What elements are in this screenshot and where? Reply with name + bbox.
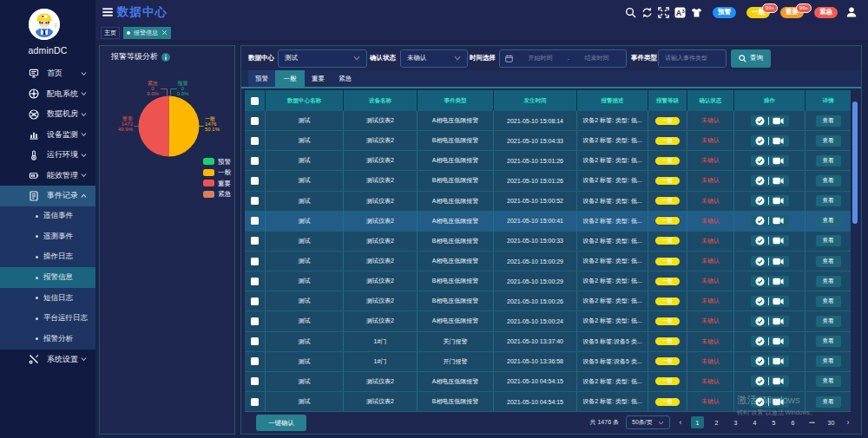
view-button[interactable]: 查看 bbox=[816, 336, 841, 347]
legend-item-预警[interactable]: 预警 bbox=[203, 158, 231, 166]
view-button[interactable]: 查看 bbox=[816, 396, 841, 408]
page-button-1[interactable]: 1 bbox=[691, 416, 704, 428]
row-checkbox[interactable] bbox=[251, 258, 259, 265]
alarm-badge-0[interactable]: 预警 bbox=[713, 7, 736, 18]
sidebar-subitem-5[interactable]: 平台运行日志 bbox=[0, 308, 95, 329]
table-row-0[interactable]: 测试测试仪表2A相电压低限报警2021-05-10 15:08:14设备2 标签… bbox=[245, 111, 851, 131]
table-row-12[interactable]: 测试1#门开门报警2021-05-10 13:36:58设备5 标签:设备5 类… bbox=[245, 352, 851, 372]
hamburger-icon[interactable] bbox=[102, 6, 114, 18]
select-all-checkbox[interactable] bbox=[251, 97, 259, 105]
view-button[interactable]: 查看 bbox=[816, 235, 841, 246]
row-checkbox[interactable] bbox=[251, 117, 259, 125]
row-checkbox[interactable] bbox=[251, 157, 259, 165]
row-checkbox[interactable] bbox=[251, 377, 259, 385]
row-checkbox[interactable] bbox=[251, 177, 259, 185]
confirm-icon[interactable] bbox=[755, 196, 765, 206]
row-checkbox[interactable] bbox=[251, 317, 259, 325]
tab-1[interactable]: 一般 bbox=[275, 70, 305, 87]
view-button[interactable]: 查看 bbox=[816, 175, 841, 186]
page-ellipsis[interactable]: ••• bbox=[806, 416, 819, 428]
confirm-select[interactable]: 未确认 bbox=[400, 49, 468, 68]
table-row-4[interactable]: 测试测试仪表2A相电压低限报警2021-05-10 15:00:52设备2 标签… bbox=[245, 192, 851, 212]
page-button-4[interactable]: 4 bbox=[748, 416, 761, 428]
table-row-8[interactable]: 测试测试仪表2B相电压低限报警2021-05-10 15:00:29设备2 标签… bbox=[245, 271, 851, 291]
confirm-all-button[interactable]: 一键确认 bbox=[256, 415, 306, 431]
confirm-icon[interactable] bbox=[755, 116, 765, 126]
alarm-badge-1[interactable]: 一般99+ bbox=[746, 7, 770, 18]
sidebar-item-2[interactable]: 数据机房 bbox=[0, 104, 95, 125]
sidebar-item-5[interactable]: 能效管理 bbox=[0, 166, 95, 186]
page-size-select[interactable]: 50条/页 bbox=[626, 415, 670, 429]
view-button[interactable]: 查看 bbox=[816, 356, 841, 367]
sidebar-subitem-4[interactable]: 短信日志 bbox=[0, 288, 95, 309]
tab-3[interactable]: 紧急 bbox=[332, 70, 358, 87]
confirm-icon[interactable] bbox=[755, 317, 765, 326]
sidebar-subitem-6[interactable]: 报警分析 bbox=[0, 329, 95, 350]
fullscreen-icon[interactable] bbox=[657, 6, 669, 18]
video-icon[interactable] bbox=[773, 177, 784, 185]
sidebar-subitem-1[interactable]: 遥测事件 bbox=[0, 226, 95, 247]
confirm-icon[interactable] bbox=[755, 156, 765, 166]
video-icon[interactable] bbox=[773, 157, 784, 165]
page-button-30[interactable]: 30 bbox=[825, 416, 838, 428]
video-icon[interactable] bbox=[773, 317, 784, 325]
tab-0[interactable]: 预警 bbox=[248, 70, 275, 87]
sidebar-item-4[interactable]: 运行环境 bbox=[0, 145, 95, 166]
confirm-icon[interactable] bbox=[755, 236, 765, 245]
table-row-13[interactable]: 测试测试仪表2A相电压低限报警2021-05-10 04:54:15设备2 标签… bbox=[245, 372, 851, 392]
row-checkbox[interactable] bbox=[251, 197, 259, 205]
video-icon[interactable] bbox=[773, 258, 784, 265]
user-icon[interactable] bbox=[845, 6, 858, 18]
video-icon[interactable] bbox=[773, 398, 784, 406]
legend-item-一般[interactable]: 一般 bbox=[203, 169, 231, 177]
query-button[interactable]: 查询 bbox=[731, 49, 771, 68]
tag-0[interactable]: 主页 bbox=[101, 27, 120, 39]
video-icon[interactable] bbox=[773, 337, 784, 345]
alarm-badge-3[interactable]: 紧急 bbox=[814, 7, 838, 18]
view-button[interactable]: 查看 bbox=[816, 376, 841, 387]
sidebar-item-3[interactable]: 设备监测 bbox=[0, 125, 95, 146]
view-button[interactable]: 查看 bbox=[816, 135, 841, 147]
confirm-icon[interactable] bbox=[755, 257, 765, 266]
table-row-2[interactable]: 测试测试仪表2A相电压低限报警2021-05-10 15:01:26设备2 标签… bbox=[245, 151, 851, 171]
pie-slice-重要[interactable] bbox=[139, 96, 169, 157]
table-row-3[interactable]: 测试测试仪表2B相电压低限报警2021-05-10 15:01:26设备2 标签… bbox=[245, 171, 851, 191]
sidebar-item-0[interactable]: 首页 bbox=[0, 63, 95, 84]
table-row-7[interactable]: 测试测试仪表2A相电压低限报警2021-05-10 15:00:29设备2 标签… bbox=[245, 252, 851, 271]
row-checkbox[interactable] bbox=[251, 217, 259, 225]
event-type-input[interactable]: 请输入事件类型 bbox=[658, 49, 727, 68]
confirm-icon[interactable] bbox=[755, 297, 765, 306]
view-button[interactable]: 查看 bbox=[816, 276, 841, 287]
sidebar-item-7[interactable]: 系统设置 bbox=[0, 350, 95, 370]
prev-page-button[interactable]: ‹ bbox=[676, 418, 685, 427]
next-page-button[interactable]: › bbox=[844, 418, 852, 427]
sidebar-subitem-0[interactable]: 遥信事件 bbox=[0, 206, 95, 227]
view-button[interactable]: 查看 bbox=[816, 256, 841, 267]
theme-icon[interactable] bbox=[690, 6, 702, 18]
video-icon[interactable] bbox=[773, 357, 784, 365]
row-checkbox[interactable] bbox=[251, 237, 259, 245]
table-row-10[interactable]: 测试测试仪表2A相电压低限报警2021-05-10 15:00:24设备2 标签… bbox=[245, 311, 851, 331]
legend-item-紧急[interactable]: 紧急 bbox=[203, 191, 231, 199]
sidebar-subitem-3[interactable]: 报警信息 bbox=[0, 267, 95, 288]
page-button-3[interactable]: 3 bbox=[729, 416, 742, 428]
tag-1[interactable]: 报警信息 bbox=[123, 27, 171, 39]
tab-2[interactable]: 重要 bbox=[305, 70, 332, 87]
confirm-icon[interactable] bbox=[755, 397, 765, 407]
video-icon[interactable] bbox=[773, 237, 784, 245]
row-checkbox[interactable] bbox=[251, 137, 259, 145]
page-button-5[interactable]: 5 bbox=[767, 416, 780, 428]
confirm-icon[interactable] bbox=[755, 277, 765, 286]
view-button[interactable]: 查看 bbox=[816, 115, 841, 127]
view-button[interactable]: 查看 bbox=[816, 296, 841, 307]
search-icon[interactable] bbox=[624, 6, 636, 18]
refresh-icon[interactable] bbox=[641, 6, 653, 18]
avatar[interactable] bbox=[29, 9, 60, 40]
confirm-icon[interactable] bbox=[755, 136, 765, 146]
legend-item-重要[interactable]: 重要 bbox=[203, 180, 231, 187]
confirm-icon[interactable] bbox=[755, 376, 765, 386]
table-row-11[interactable]: 测试1#门关门报警2021-05-10 13:37:40设备5 标签:设备5 类… bbox=[245, 332, 851, 352]
table-scrollbar[interactable] bbox=[852, 101, 858, 224]
sidebar-subitem-2[interactable]: 操作日志 bbox=[0, 247, 95, 268]
view-button[interactable]: 查看 bbox=[816, 155, 841, 167]
